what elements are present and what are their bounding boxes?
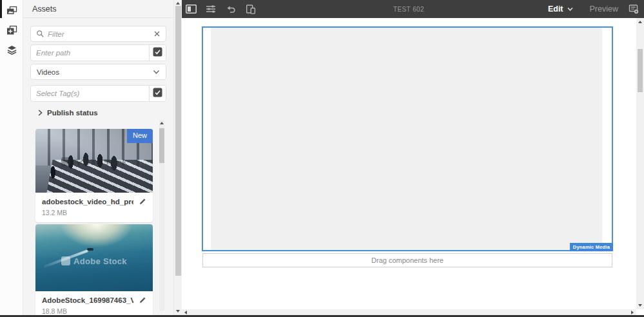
scroll-down-icon[interactable] — [176, 310, 180, 312]
asset-type-value: Videos — [31, 68, 153, 76]
asset-size: 13.2 MB — [42, 209, 146, 216]
asset-card[interactable]: Adobe Stock New adobestock_video_hd_prev… — [35, 129, 153, 222]
path-input[interactable] — [31, 49, 149, 57]
page-title: TEST 602 — [393, 6, 424, 13]
edit-mode-label: Edit — [548, 5, 563, 14]
scrollbar-thumb[interactable] — [175, 6, 181, 276]
toggle-side-panel-icon[interactable] — [185, 3, 197, 15]
tags-field — [30, 85, 166, 102]
path-picker-button[interactable] — [149, 45, 166, 61]
dropzone[interactable]: Drag components here — [202, 253, 612, 267]
asset-list-scrollbar[interactable] — [159, 120, 164, 311]
search-icon — [36, 30, 44, 38]
asset-browser-icon[interactable] — [0, 3, 23, 19]
scroll-left-icon[interactable] — [184, 311, 187, 314]
editor-topbar: TEST 602 Edit Preview — [182, 0, 644, 18]
side-rail — [0, 0, 23, 317]
new-badge: New — [127, 129, 153, 143]
undo-icon[interactable] — [225, 3, 237, 15]
watermark-text: Adobe Stock — [73, 256, 127, 266]
preview-button[interactable]: Preview — [590, 5, 618, 14]
asset-name: AdobeStock_169987463_Video_... — [42, 296, 133, 304]
scroll-up-icon[interactable] — [638, 21, 642, 23]
watermark: Adobe Stock — [35, 157, 153, 167]
panel-scrollbar[interactable] — [173, 0, 182, 315]
chevron-down-icon — [153, 70, 160, 75]
publish-status-label: Publish status — [47, 109, 98, 117]
asset-card-info: adobestock_video_hd_preview_t... 13.2 MB — [35, 193, 153, 222]
watermark: Adobe Stock — [35, 256, 153, 266]
component-type-badge: Dynamic Media — [570, 243, 613, 251]
watermark-text: Adobe Stock — [73, 157, 127, 167]
content-tree-icon[interactable] — [0, 42, 23, 57]
scroll-up-icon[interactable] — [176, 2, 180, 5]
panel-title: Assets — [23, 0, 173, 18]
adobe-stock-logo — [61, 157, 70, 166]
scroll-right-icon[interactable] — [631, 311, 634, 314]
tags-input[interactable] — [31, 90, 149, 97]
asset-name: adobestock_video_hd_preview_t... — [42, 198, 133, 206]
thumbnail-art — [87, 248, 93, 251]
asset-type-select[interactable]: Videos — [30, 64, 166, 80]
filter-input[interactable] — [44, 30, 154, 38]
asset-card-info: AdobeStock_169987463_Video_... 18.8 MB — [35, 291, 153, 315]
canvas-vertical-scrollbar[interactable] — [636, 18, 644, 309]
canvas-horizontal-scrollbar[interactable] — [182, 309, 636, 315]
dynamic-media-component[interactable]: Dynamic Media — [202, 26, 613, 251]
scroll-up-icon[interactable] — [160, 122, 164, 124]
topbar-right: Edit Preview — [548, 4, 644, 14]
preferences-sliders-icon[interactable] — [205, 3, 217, 15]
scrollbar-thumb[interactable] — [638, 49, 643, 92]
components-icon[interactable] — [0, 23, 23, 38]
device-emulator-icon[interactable] — [245, 3, 257, 15]
assets-panel: Assets — [23, 0, 173, 315]
path-field — [30, 44, 166, 61]
edit-pencil-icon[interactable] — [139, 198, 146, 206]
publish-status-accordion[interactable]: Publish status — [38, 109, 98, 117]
scrollbar-thumb[interactable] — [159, 128, 164, 163]
filter-field — [30, 26, 166, 42]
video-thumbnail: Adobe Stock — [35, 224, 153, 291]
asset-size: 18.8 MB — [42, 307, 146, 315]
scroll-down-icon[interactable] — [638, 304, 642, 307]
edit-pencil-icon[interactable] — [139, 296, 146, 304]
checkbox-icon — [153, 88, 162, 99]
annotations-icon[interactable] — [629, 4, 639, 14]
dynamic-media-placeholder — [211, 28, 602, 250]
aem-page-editor: Assets — [0, 0, 644, 317]
topbar-tools — [182, 3, 257, 15]
checkbox-icon — [153, 47, 162, 59]
edit-mode-dropdown[interactable]: Edit — [548, 5, 573, 14]
page-canvas: Dynamic Media Drag components here — [182, 18, 636, 309]
video-thumbnail: Adobe Stock New — [35, 129, 153, 193]
asset-card[interactable]: Adobe Stock AdobeStock_169987463_Video_.… — [35, 224, 153, 315]
chevron-right-icon — [38, 110, 43, 116]
tag-picker-button[interactable] — [149, 86, 166, 101]
clear-filter-icon[interactable] — [154, 31, 160, 37]
chevron-down-icon — [567, 7, 573, 12]
adobe-stock-logo — [61, 256, 70, 265]
